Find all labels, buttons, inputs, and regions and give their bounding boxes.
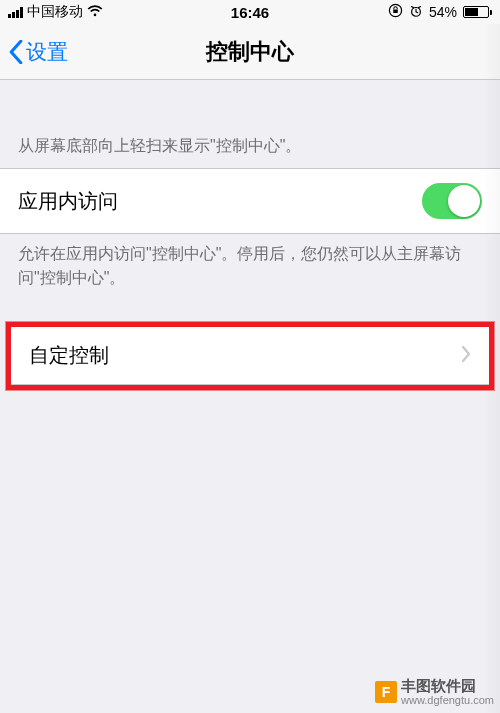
svg-rect-1 <box>393 10 398 13</box>
alarm-icon <box>409 4 423 21</box>
status-left: 中国移动 <box>8 3 231 21</box>
chevron-left-icon <box>8 40 24 64</box>
watermark: F 丰图软件园 www.dgfengtu.com <box>375 677 494 707</box>
battery-percentage: 54% <box>429 4 457 20</box>
status-time: 16:46 <box>231 4 269 21</box>
back-label: 设置 <box>26 38 68 66</box>
battery-fill <box>465 8 478 16</box>
row-customize-controls[interactable]: 自定控制 <box>11 327 489 385</box>
row-in-app-access[interactable]: 应用内访问 <box>0 168 500 234</box>
status-bar: 中国移动 16:46 54% <box>0 0 500 24</box>
carrier-label: 中国移动 <box>27 3 83 21</box>
row-customize-controls-label: 自定控制 <box>29 342 109 369</box>
spacer <box>0 80 500 126</box>
watermark-title: 丰图软件园 <box>401 677 494 694</box>
chevron-right-icon <box>461 344 471 367</box>
section-help-text: 从屏幕底部向上轻扫来显示"控制中心"。 <box>0 126 500 168</box>
orientation-lock-icon <box>388 3 403 21</box>
signal-bars-icon <box>8 7 23 18</box>
highlight-annotation: 自定控制 <box>6 322 494 390</box>
wifi-icon <box>87 4 103 20</box>
in-app-access-toggle[interactable] <box>422 183 482 219</box>
back-button[interactable]: 设置 <box>8 38 68 66</box>
battery-icon <box>463 6 492 18</box>
nav-bar: 设置 控制中心 <box>0 24 500 80</box>
row-in-app-footer: 允许在应用内访问"控制中心"。停用后，您仍然可以从主屏幕访问"控制中心"。 <box>0 234 500 300</box>
watermark-logo-icon: F <box>375 681 397 703</box>
row-in-app-access-label: 应用内访问 <box>18 188 118 215</box>
status-right: 54% <box>269 3 492 21</box>
toggle-knob <box>448 185 480 217</box>
watermark-url: www.dgfengtu.com <box>401 694 494 707</box>
page-title: 控制中心 <box>0 37 500 67</box>
